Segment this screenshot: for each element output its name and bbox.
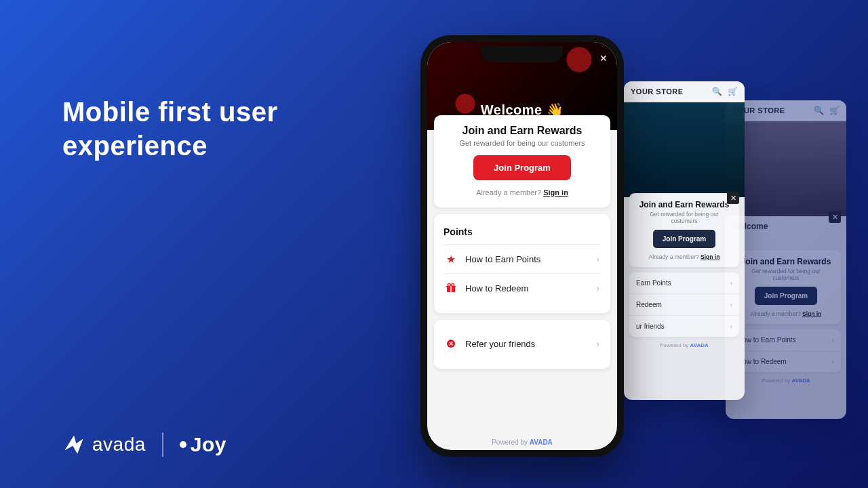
join-panel: Join and Earn Rewards Get rewarded for b… [434, 115, 610, 207]
chevron-right-icon: › [596, 253, 599, 264]
logo-divider [162, 432, 163, 457]
mini-join-sub: Get rewarded for being our customers [738, 268, 834, 281]
already-member: Already a member? Sign in [636, 253, 732, 260]
signin-link[interactable]: Sign in [802, 310, 821, 317]
mini-join-sub: Get rewarded for being our customers [636, 211, 732, 224]
list-item[interactable]: Earn Points› [629, 272, 739, 293]
preview-card-2: YOUR STORE 🔍 🛒 ✕ Join and Earn Rewards G… [624, 81, 745, 400]
chevron-right-icon: › [730, 279, 732, 287]
badge-icon [445, 338, 457, 350]
list-item[interactable]: ur friends› [629, 315, 739, 337]
header-tools: 🔍 🛒 [712, 87, 738, 96]
gift-icon [445, 282, 457, 294]
chevron-right-icon: › [596, 283, 599, 293]
close-icon[interactable]: ✕ [599, 53, 608, 64]
row-label: Refer your friends [465, 339, 588, 349]
signin-link[interactable]: Sign in [543, 188, 568, 197]
avada-logo: avada [62, 433, 146, 456]
points-panel: Points ★ How to Earn Points › How to Red… [434, 214, 610, 313]
logo-row: avada Joy [62, 432, 226, 457]
powered-by: Powered by AVADA [624, 342, 745, 352]
joy-logo: Joy [180, 433, 226, 456]
row-label: How to Earn Points [465, 254, 588, 264]
mini-join-panel: Join and Earn Rewards Get rewarded for b… [629, 193, 739, 267]
avada-wordmark: avada [92, 434, 146, 455]
phone-frame: ✕ Welcome 👋 Join and Earn Rewards Get re… [420, 35, 624, 457]
powered-by: Powered by AVADA [427, 439, 617, 446]
close-icon[interactable]: ✕ [727, 192, 739, 204]
store-name: YOUR STORE [631, 87, 684, 96]
join-button[interactable]: Join Program [653, 230, 715, 248]
chevron-right-icon: › [730, 323, 732, 330]
already-member: Already a member? Sign in [443, 188, 601, 197]
chevron-right-icon: › [730, 301, 732, 308]
star-icon: ★ [445, 253, 457, 265]
svg-rect-2 [450, 286, 451, 292]
chevron-right-icon: › [832, 336, 834, 344]
cart-icon[interactable]: 🛒 [829, 106, 840, 115]
join-subtitle: Get rewarded for being our customers [443, 139, 601, 147]
refer-friends-row[interactable]: Refer your friends › [443, 329, 601, 358]
phone-screen: ✕ Welcome 👋 Join and Earn Rewards Get re… [427, 42, 617, 450]
chevron-right-icon: › [596, 338, 599, 349]
row-label: How to Redeem [465, 283, 588, 293]
redeem-row[interactable]: How to Redeem › [443, 273, 601, 302]
search-icon[interactable]: 🔍 [814, 106, 824, 115]
headline: Mobile first userexperience [62, 95, 277, 163]
refer-panel: Refer your friends › [434, 320, 610, 369]
joy-dot-icon [180, 441, 186, 448]
svg-point-4 [452, 283, 454, 286]
avada-arrow-icon [62, 433, 85, 456]
already-member: Already a member? Sign in [738, 310, 834, 317]
list-item[interactable]: How to Earn Points› [731, 329, 841, 350]
points-title: Points [443, 224, 601, 244]
search-icon[interactable]: 🔍 [712, 87, 722, 96]
mini-hero: ✕ [624, 102, 745, 197]
mini-join-title: Join and Earn Rewards [738, 257, 834, 266]
earn-points-row[interactable]: ★ How to Earn Points › [443, 244, 601, 273]
join-program-button[interactable]: Join Program [473, 155, 571, 180]
mini-join-title: Join and Earn Rewards [636, 200, 732, 209]
svg-point-3 [448, 283, 450, 286]
mini-list: How to Earn Points› How to Redeem› [731, 329, 841, 372]
joy-wordmark: Joy [191, 433, 226, 456]
mini-join-panel: Join and Earn Rewards Get rewarded for b… [731, 250, 841, 324]
cart-icon[interactable]: 🛒 [728, 87, 738, 96]
header-tools: 🔍 🛒 [814, 106, 840, 115]
list-item[interactable]: Redeem› [629, 293, 739, 315]
phone-notch [481, 46, 563, 62]
join-title: Join and Earn Rewards [443, 125, 601, 137]
chevron-right-icon: › [832, 358, 834, 365]
join-button[interactable]: Join Program [755, 287, 817, 305]
mini-list: Earn Points› Redeem› ur friends› [629, 272, 739, 337]
list-item[interactable]: How to Redeem› [731, 350, 841, 372]
signin-link[interactable]: Sign in [701, 253, 719, 260]
close-icon[interactable]: ✕ [829, 211, 841, 223]
